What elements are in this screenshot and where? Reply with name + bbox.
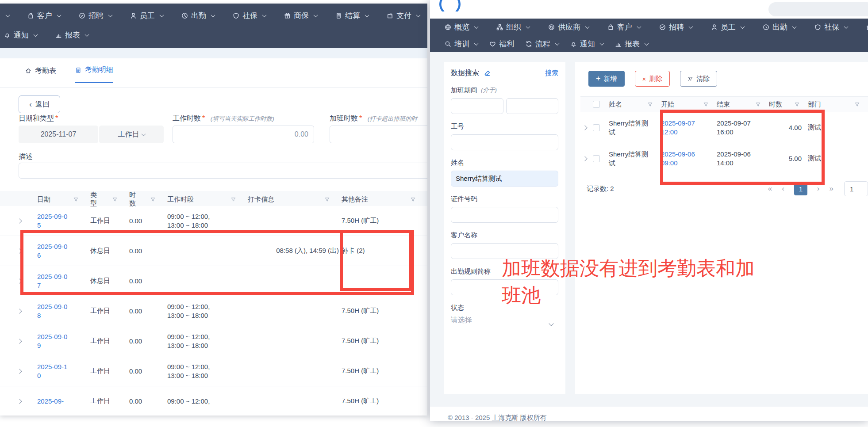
col-hours[interactable]: 时数 <box>769 100 808 109</box>
nav-item-payment[interactable]: 支付 <box>386 11 420 21</box>
row-expander-icon[interactable] <box>17 339 22 343</box>
nav-item-notice[interactable]: 通知 <box>570 39 603 49</box>
date-link[interactable]: 2025-09-10 <box>37 362 71 380</box>
day-type-select[interactable]: 工作日 <box>99 126 164 143</box>
clear-filter-button[interactable]: 清除 <box>680 71 717 87</box>
nav-item-organization[interactable]: 组织 <box>496 22 530 32</box>
filter-icon[interactable] <box>854 102 860 107</box>
filter-icon[interactable] <box>794 102 800 107</box>
nav-item-settlement[interactable]: 结算 <box>335 11 369 21</box>
nav-item-commercial-insurance[interactable]: 商保 <box>866 22 868 32</box>
nav-item-notice[interactable]: 通知 <box>4 30 37 40</box>
nav-item-employee[interactable]: 员工 <box>711 22 744 32</box>
col-type[interactable]: 类型 <box>90 191 129 208</box>
chevron-down-icon <box>600 41 604 46</box>
back-button[interactable]: ‹ 返回 <box>19 95 60 113</box>
chevron-down-icon <box>585 24 590 29</box>
period-end-input[interactable] <box>506 98 559 114</box>
next-page-button[interactable]: › <box>817 184 820 193</box>
id-number-input[interactable] <box>451 207 558 223</box>
nav-item-customer[interactable]: 客户 <box>607 22 641 32</box>
date-type-label: 日期和类型* <box>19 114 58 123</box>
col-end[interactable]: 结束 <box>717 100 769 109</box>
col-note[interactable]: 其他备注 <box>342 195 427 204</box>
chevron-down-icon <box>211 13 215 17</box>
row-checkbox[interactable] <box>593 124 600 131</box>
toolbar: + 新增 × 删除 清除 <box>580 71 868 87</box>
name-input[interactable] <box>451 171 558 187</box>
filter-icon[interactable] <box>150 197 156 202</box>
overtime-hours-input[interactable] <box>330 126 427 143</box>
work-hours-input[interactable]: 0.00 <box>173 126 314 143</box>
row-expander-icon[interactable] <box>17 369 22 374</box>
date-field[interactable]: 2025-11-07 <box>19 126 98 143</box>
calculator-icon <box>335 12 342 19</box>
overtime-pool-window: 概览 组织 供应商 客户 招聘 员工 出勤 社保 商保 培训 福利 流程 通知 … <box>430 0 868 421</box>
nav-item-cut[interactable] <box>4 14 9 17</box>
delete-button[interactable]: × 删除 <box>635 71 670 87</box>
nav-item-overview[interactable]: 概览 <box>444 22 478 32</box>
nav-item-recruit[interactable]: 招聘 <box>659 22 692 32</box>
nav-item-customer[interactable]: 客户 <box>27 11 61 21</box>
row-expander-icon[interactable] <box>17 399 22 404</box>
col-dept[interactable]: 部门 <box>808 100 868 109</box>
date-link[interactable]: 2025-09-05 <box>37 212 71 230</box>
row-expander-icon[interactable] <box>582 156 587 161</box>
description-input[interactable] <box>19 163 427 179</box>
tab-attendance-sheet[interactable]: 考勤表 <box>25 65 56 83</box>
nav-item-social-insurance[interactable]: 社保 <box>232 11 266 21</box>
filter-icon[interactable] <box>112 197 118 202</box>
filter-icon[interactable] <box>73 197 79 202</box>
overtime-period-range <box>451 98 558 114</box>
nav-item-welfare[interactable]: 福利 <box>489 39 514 49</box>
document-icon <box>75 67 82 74</box>
add-button[interactable]: + 新增 <box>588 71 625 87</box>
col-date[interactable]: 日期 <box>37 195 90 204</box>
select-all-checkbox[interactable] <box>593 101 600 108</box>
status-select[interactable]: 请选择 <box>451 316 558 325</box>
row-expander-icon[interactable] <box>17 218 22 223</box>
date-link[interactable]: 2025-09- <box>37 397 71 406</box>
filter-icon[interactable] <box>410 197 416 202</box>
eraser-icon[interactable] <box>484 69 491 77</box>
col-hours[interactable]: 时数 <box>129 191 167 208</box>
page-size-select[interactable]: 1 <box>844 181 868 196</box>
filter-icon[interactable] <box>324 197 330 202</box>
nav-item-employee[interactable]: 员工 <box>130 11 163 21</box>
nav-item-attendance[interactable]: 出勤 <box>762 22 796 32</box>
row-expander-icon[interactable] <box>17 309 22 313</box>
filter-icon[interactable] <box>755 102 761 107</box>
row-expander-icon[interactable] <box>582 125 587 130</box>
nav-item-commercial-insurance[interactable]: 商保 <box>284 11 317 21</box>
date-link[interactable]: 2025-09-08 <box>37 302 71 320</box>
nav-item-social-insurance[interactable]: 社保 <box>814 22 848 32</box>
clock-icon <box>181 12 188 19</box>
nav-item-report[interactable]: 报表 <box>55 30 88 40</box>
col-period[interactable]: 工作时段 <box>167 195 248 204</box>
nav-item-attendance[interactable]: 出勤 <box>181 11 215 21</box>
col-name[interactable]: 姓名 <box>609 100 661 109</box>
nav-item-supplier[interactable]: 供应商 <box>548 22 589 32</box>
nav-item-workflow[interactable]: 流程 <box>525 39 559 49</box>
col-punch[interactable]: 打卡信息 <box>248 195 342 204</box>
filter-icon[interactable] <box>647 102 653 107</box>
filter-icon[interactable] <box>703 102 709 107</box>
nav-item-training[interactable]: 培训 <box>444 39 478 49</box>
date-link[interactable]: 2025-09-09 <box>37 332 71 350</box>
nav-item-recruit[interactable]: 招聘 <box>78 11 112 21</box>
chevron-down-icon <box>365 13 369 17</box>
header-search-pill[interactable] <box>768 2 868 16</box>
period-start-input[interactable] <box>451 98 503 114</box>
col-start[interactable]: 开始 <box>661 100 717 109</box>
row-checkbox[interactable] <box>593 155 600 162</box>
filter-icon[interactable] <box>230 197 236 202</box>
chevron-down-icon <box>6 13 10 17</box>
prev-page-button[interactable]: ‹ <box>782 184 784 193</box>
tab-attendance-detail[interactable]: 考勤明细 <box>75 65 113 83</box>
first-page-button[interactable]: « <box>768 184 772 193</box>
search-link[interactable]: 搜索 <box>545 69 558 77</box>
clock-icon <box>762 23 770 31</box>
nav-item-report[interactable]: 报表 <box>615 39 648 49</box>
last-page-button[interactable]: » <box>830 184 833 193</box>
employee-no-input[interactable] <box>451 134 558 150</box>
